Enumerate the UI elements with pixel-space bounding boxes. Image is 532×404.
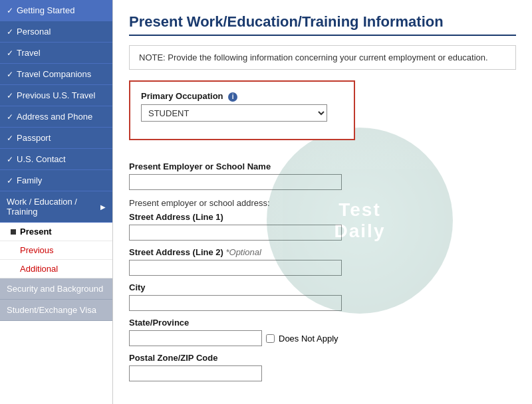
check-icon: ✓ [7,112,13,122]
sidebar-item-us-contact[interactable]: ✓ U.S. Contact [0,149,112,170]
postal-label: Postal Zone/ZIP Code [129,353,516,363]
sidebar-item-previous-us-travel[interactable]: ✓ Previous U.S. Travel [0,85,112,106]
city-group: City [129,282,516,311]
street1-input[interactable] [129,225,342,241]
address-section: Present employer or school address: Stre… [129,198,516,381]
sidebar-item-security-background: Security and Background [0,278,112,300]
postal-input[interactable] [129,365,262,381]
sidebar: ✓ Getting Started ✓ Personal ✓ Travel ✓ … [0,0,113,404]
sidebar-item-passport[interactable]: ✓ Passport [0,128,112,149]
does-not-apply-checkbox[interactable] [266,334,275,343]
primary-occupation-select[interactable]: STUDENT EMPLOYED SELF-EMPLOYED RETIRED U… [141,104,327,122]
employer-name-input[interactable] [129,174,342,190]
check-icon: ✓ [7,155,13,164]
check-icon: ✓ [7,134,13,143]
bullet-icon [11,229,16,235]
sidebar-sub-additional[interactable]: Additional [0,260,112,278]
check-icon: ✓ [7,70,13,79]
address-section-label: Present employer or school address: [129,198,516,208]
state-label: State/Province [129,318,516,328]
city-label: City [129,282,516,292]
postal-group: Postal Zone/ZIP Code [129,353,516,381]
state-input[interactable] [129,330,262,346]
state-row: Does Not Apply [129,330,516,346]
sidebar-item-travel-companions[interactable]: ✓ Travel Companions [0,64,112,85]
main-content: TestDaily Present Work/Education/Trainin… [113,0,532,404]
state-group: State/Province Does Not Apply [129,318,516,346]
check-icon: ✓ [7,6,13,15]
info-icon[interactable]: i [228,92,237,102]
employer-name-label: Present Employer or School Name [129,161,516,171]
street1-group: Street Address (Line 1) [129,212,516,241]
note-box: NOTE: Provide the following information … [129,45,516,70]
check-icon: ✓ [7,91,13,100]
sidebar-sub-previous[interactable]: Previous [0,241,112,260]
sidebar-sub-present[interactable]: Present [0,223,112,241]
check-icon: ✓ [7,49,13,58]
sidebar-item-student-exchange: Student/Exchange Visa [0,300,112,321]
primary-occupation-group: Primary Occupation i STUDENT EMPLOYED SE… [141,91,343,122]
sidebar-item-work-education[interactable]: Work / Education / Training ▶ [0,191,112,223]
street2-input[interactable] [129,260,342,276]
street2-optional: *Optional [225,247,261,257]
city-input[interactable] [129,295,342,311]
employer-name-group: Present Employer or School Name [129,161,516,190]
does-not-apply-label: Does Not Apply [279,334,338,344]
street2-label: Street Address (Line 2) *Optional [129,247,516,257]
sidebar-item-getting-started[interactable]: ✓ Getting Started [0,0,112,21]
primary-occupation-label: Primary Occupation i [141,91,343,102]
sidebar-item-address-and-phone[interactable]: ✓ Address and Phone [0,106,112,128]
street2-group: Street Address (Line 2) *Optional [129,247,516,276]
check-icon: ✓ [7,176,13,185]
chevron-right-icon: ▶ [100,203,106,211]
street1-label: Street Address (Line 1) [129,212,516,222]
primary-occupation-section: Primary Occupation i STUDENT EMPLOYED SE… [129,80,355,140]
sidebar-item-family[interactable]: ✓ Family [0,170,112,191]
page-title: Present Work/Education/Training Informat… [129,13,516,36]
check-icon: ✓ [7,27,13,37]
sidebar-item-travel[interactable]: ✓ Travel [0,43,112,64]
sidebar-item-personal[interactable]: ✓ Personal [0,21,112,43]
